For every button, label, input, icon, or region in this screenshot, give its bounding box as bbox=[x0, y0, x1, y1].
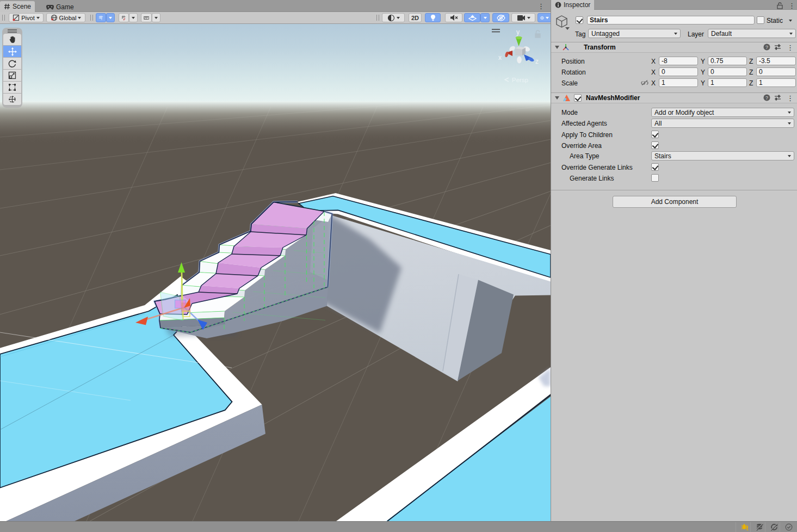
svg-text:Persp: Persp bbox=[512, 77, 528, 83]
svg-text:x: x bbox=[498, 54, 502, 61]
svg-text:?: ? bbox=[765, 95, 768, 101]
svg-text:z: z bbox=[535, 58, 539, 65]
svg-text:Y: Y bbox=[101, 18, 102, 21]
svg-text:?: ? bbox=[765, 45, 768, 50]
svg-text:y: y bbox=[516, 28, 520, 36]
